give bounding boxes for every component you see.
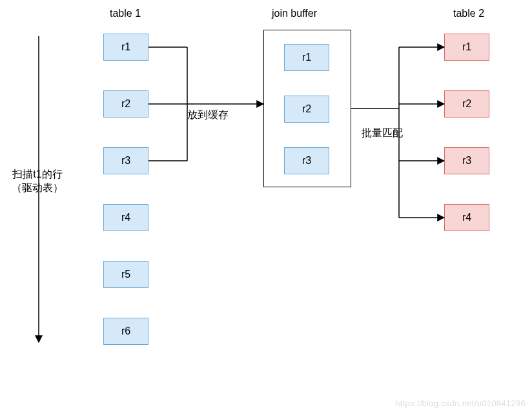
table1-row: r3	[103, 147, 148, 174]
scan-caption-line1: 扫描t1的行	[12, 169, 62, 180]
table1-row: r1	[103, 34, 148, 61]
buffer-row: r1	[284, 44, 329, 71]
buffer-row: r3	[284, 147, 329, 174]
label-table1: table 1	[110, 8, 141, 19]
label-scan-caption: 扫描t1的行 （驱动表）	[12, 168, 63, 195]
table1-row: r5	[103, 261, 148, 288]
table2-row: r3	[444, 147, 489, 174]
table2-row: r4	[444, 204, 489, 231]
buffer-row: r2	[284, 96, 329, 123]
table1-row: r6	[103, 318, 148, 345]
table1-row: r4	[103, 204, 148, 231]
watermark: https://blog.csdn.net/u010841296	[395, 398, 526, 408]
table2-row: r2	[444, 90, 489, 118]
label-join-buffer: join buffer	[272, 8, 317, 19]
table1-row: r2	[103, 90, 148, 118]
table2-row: r1	[444, 34, 489, 61]
label-put-to-cache: 放到缓存	[187, 108, 229, 122]
scan-caption-line2: （驱动表）	[12, 182, 63, 193]
label-batch-match: 批量匹配	[362, 127, 403, 140]
label-table2: table 2	[453, 8, 484, 19]
